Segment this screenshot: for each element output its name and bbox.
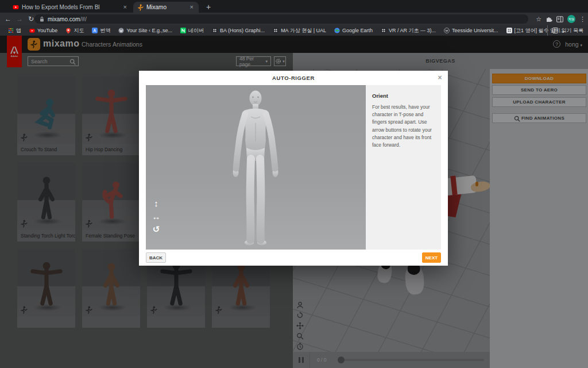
bookmark-label: MA 가상 현실 | UAL — [281, 27, 326, 34]
bookmark-favicon-icon — [334, 28, 340, 33]
modal-instructions-panel: Orient For best results, have your chara… — [366, 85, 441, 250]
bookmark-item[interactable]: YouTube — [26, 26, 61, 34]
bookmark-item[interactable]: BA (Hons) Graphi... — [208, 26, 268, 34]
bookmark-label: YouTube — [37, 28, 57, 33]
bookmark-favicon-icon — [92, 28, 98, 33]
bookmark-favicon-icon — [212, 28, 218, 33]
tab-close-icon[interactable]: × — [189, 4, 195, 10]
bookmark-favicon-icon — [444, 28, 450, 33]
next-button[interactable]: NEXT — [422, 252, 441, 263]
close-icon[interactable]: × — [438, 74, 442, 82]
bookmark-favicon-icon — [8, 28, 14, 33]
mixamo-app: mixamo Characters Animations ? hong ▾ Ad… — [0, 36, 588, 368]
auto-rigger-modal: AUTO-RIGGER × — [139, 71, 448, 266]
side-panel-icon[interactable] — [556, 16, 563, 22]
extensions-icon[interactable] — [546, 16, 552, 22]
bookmark-label: BA (Hons) Graphi... — [220, 28, 265, 33]
bookmarks-bar: 앱 YouTube 지도 번역 Your Site ‹ E.g.,se... — [0, 25, 588, 36]
rotate-ccw-icon[interactable]: ↺ — [150, 225, 162, 235]
bookmark-label: Teesside Universit... — [452, 28, 498, 33]
rotate-vertical-icon[interactable]: ↕ — [150, 199, 162, 209]
youtube-favicon-icon — [13, 4, 19, 10]
rotate-controls: ↕ ↔ ↺ — [150, 199, 162, 235]
modal-header: AUTO-RIGGER × — [139, 71, 448, 85]
bookmark-label: Google Earth — [342, 28, 373, 33]
bookmark-label: VR / AR 기초 — 3)... — [389, 27, 436, 34]
bookmark-label: 앱 — [16, 27, 21, 34]
bookmark-item[interactable]: 앱 — [5, 26, 25, 34]
bookmark-item[interactable]: Google Earth — [331, 26, 376, 34]
reading-list-icon — [552, 28, 558, 33]
address-bar[interactable]: mixamo.com/#/ — [34, 14, 528, 24]
browser-toolbar: ← → ↻ mixamo.com/#/ ☆ 학원 ⋮ — [0, 13, 588, 25]
new-tab-button[interactable]: + — [203, 2, 214, 13]
bookmark-item[interactable]: 네이버 — [177, 26, 207, 34]
bookmark-favicon-icon — [118, 28, 124, 33]
modal-title: AUTO-RIGGER — [272, 75, 315, 81]
bookmark-favicon-icon — [381, 28, 386, 33]
url-host: mixamo.com — [48, 16, 80, 22]
browser-tabstrip: How to Export Models From Bl × Mixamo × … — [0, 0, 588, 13]
bookmark-item[interactable]: VR / AR 기초 — 3)... — [377, 26, 439, 34]
profile-avatar[interactable]: 학원 — [567, 15, 575, 23]
tab-title: Mixamo — [146, 4, 186, 10]
bookmark-favicon-icon — [506, 28, 512, 33]
browser-menu-icon[interactable]: ⋮ — [579, 16, 586, 23]
reading-list-label: 읽기 목록 — [561, 27, 583, 34]
reading-list[interactable]: 읽기 목록 — [547, 25, 583, 36]
mixamo-favicon-icon — [137, 4, 144, 10]
bookmark-favicon-icon — [180, 28, 186, 33]
lock-icon — [39, 16, 45, 22]
forward-icon[interactable]: → — [14, 15, 25, 23]
tab-title: How to Export Models From Bl — [22, 4, 119, 10]
bookmark-label: 네이버 — [188, 27, 204, 34]
back-button[interactable]: BACK — [146, 252, 166, 263]
bookmark-label: 지도 — [74, 27, 84, 34]
rig-character-model — [221, 89, 290, 247]
step-title: Orient — [372, 93, 435, 99]
bookmark-favicon-icon — [65, 28, 71, 33]
bookmark-star-icon[interactable]: ☆ — [536, 16, 541, 23]
browser-tab-2-active[interactable]: Mixamo × — [133, 2, 199, 13]
bookmark-item[interactable]: Your Site ‹ E.g.,se... — [115, 26, 176, 34]
tab-close-icon[interactable]: × — [122, 4, 128, 10]
rotate-horizontal-icon[interactable]: ↔ — [150, 212, 162, 222]
browser-tab-1[interactable]: How to Export Models From Bl × — [9, 2, 132, 13]
rig-preview-viewer[interactable]: ↕ ↔ ↺ — [146, 85, 366, 250]
bookmark-favicon-icon — [273, 28, 278, 33]
bookmark-item[interactable]: MA 가상 현실 | UAL — [269, 26, 330, 34]
bookmark-favicon-icon — [29, 28, 35, 33]
step-description: For best results, have your character in… — [372, 103, 435, 149]
bookmark-item[interactable]: 지도 — [62, 26, 87, 34]
bookmark-label: 번역 — [100, 27, 110, 34]
screen: How to Export Models From Bl × Mixamo × … — [0, 0, 588, 368]
url-path: /#/ — [80, 16, 87, 22]
bookmark-item[interactable]: 번역 — [88, 26, 114, 34]
back-icon[interactable]: ← — [2, 15, 14, 23]
bookmark-item[interactable]: Teesside Universit... — [440, 26, 502, 34]
bookmark-label: Your Site ‹ E.g.,se... — [126, 28, 172, 33]
